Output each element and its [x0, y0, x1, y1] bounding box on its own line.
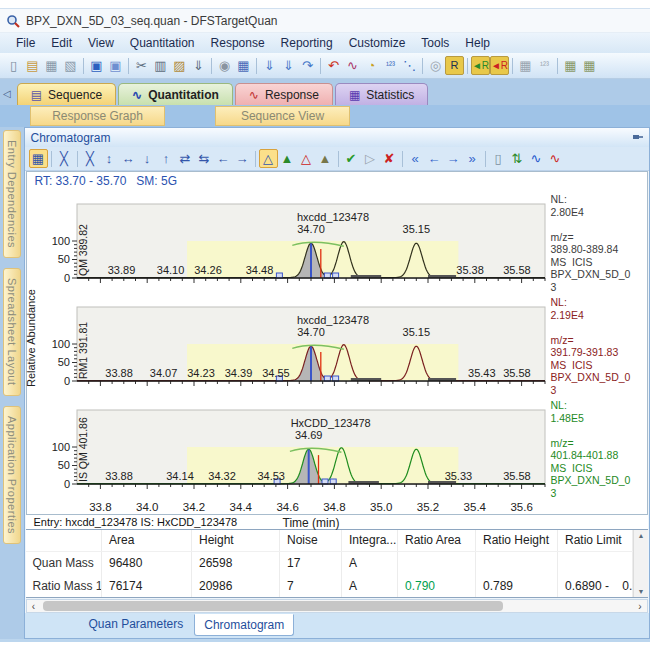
report-import-icon[interactable]: ◄R [471, 56, 490, 75]
numeric-chart-icon[interactable]: ¹²³ [381, 56, 400, 75]
panel-plot-3[interactable]: 050100IS QM 401.8633.8834.1434.3234.5335… [41, 396, 547, 492]
lock-icon[interactable]: ◉ [215, 56, 234, 75]
peak-active-icon[interactable]: △ [259, 149, 278, 168]
horizontal-scrollbar[interactable]: ‹ › [26, 599, 649, 613]
menu-quantitation[interactable]: Quantitation [122, 36, 203, 50]
compress-h-icon[interactable]: ⇆ [195, 149, 214, 168]
menu-help[interactable]: Help [457, 36, 498, 50]
scroll-left-icon[interactable]: ‹ [27, 601, 41, 612]
peak-bad-icon[interactable]: △ [297, 149, 316, 168]
side-tab-application-properties[interactable]: Application Properties [3, 406, 21, 544]
menu-reporting[interactable]: Reporting [273, 36, 341, 50]
column-header-Ratio Height[interactable]: Ratio Height [476, 530, 558, 551]
table-row[interactable]: Ratio Mass 176174209867A0.7900.7890.6890… [26, 574, 633, 597]
pan-right-icon[interactable]: → [233, 149, 252, 168]
undo-icon[interactable]: ↶ [324, 56, 343, 75]
tab-scroll-left-icon[interactable]: ◁ [3, 88, 11, 99]
tab-statistics[interactable]: ▦Statistics [335, 83, 428, 105]
export-page-icon[interactable]: ⇓ [279, 56, 298, 75]
zoom-out-full-icon[interactable]: ╳ [81, 149, 100, 168]
bottom-tab-quan-parameters[interactable]: Quan Parameters [80, 614, 193, 634]
print-preview-icon[interactable]: ▧ [61, 56, 80, 75]
scroll-up-icon[interactable]: ▲ [638, 532, 645, 539]
cell-ratio-height [476, 551, 558, 574]
peak-manual-icon[interactable]: ▲ [316, 149, 335, 168]
send-icon[interactable]: ↷ [298, 56, 317, 75]
sort-peaks-icon[interactable]: ⇅ [508, 149, 527, 168]
grid-view-icon[interactable]: ▦ [29, 149, 48, 168]
nav-last-icon[interactable]: » [463, 149, 482, 168]
pin-icon[interactable] [632, 132, 643, 143]
add-table-icon[interactable]: ▦ [561, 56, 580, 75]
zoom-cross-icon[interactable]: ╳ [55, 149, 74, 168]
scrollbar-thumb[interactable] [43, 601, 503, 611]
fit-vertical-icon[interactable]: ↕ [100, 149, 119, 168]
menu-view[interactable]: View [80, 36, 122, 50]
panel-plot-1[interactable]: 050100QM 389.8233.8934.1034.2634.4835.38… [41, 190, 547, 286]
cut-icon[interactable]: ✂ [132, 56, 151, 75]
grid-numbers-icon[interactable]: ¹²³ [535, 56, 554, 75]
nav-next-icon[interactable]: → [444, 149, 463, 168]
instrument-icon[interactable]: ◎ [426, 56, 445, 75]
tab-response[interactable]: ∿Response [235, 83, 333, 105]
table-row[interactable]: Quan Mass964802659817A [26, 551, 633, 574]
report-page-icon[interactable]: ▯ [489, 149, 508, 168]
accept-check-icon[interactable]: ✔ [342, 149, 361, 168]
nav-prev-icon[interactable]: ← [425, 149, 444, 168]
scroll-right-icon[interactable]: › [633, 601, 647, 612]
column-header-Ratio Limit[interactable]: Ratio Limit [558, 530, 633, 551]
bottom-tab-chromatogram[interactable]: Chromatogram [194, 614, 294, 636]
tab-sequence[interactable]: ▤Sequence [17, 83, 116, 105]
date-table-icon[interactable]: ▦ [234, 56, 253, 75]
peak-good-icon[interactable]: ▲ [278, 149, 297, 168]
print-icon[interactable]: ▦ [42, 56, 61, 75]
move-down-icon[interactable]: ↓ [138, 149, 157, 168]
open-icon[interactable]: ▤ [23, 56, 42, 75]
svg-text:34.8: 34.8 [323, 501, 345, 513]
point-chart-icon[interactable]: ⋱ [400, 56, 419, 75]
nav-first-icon[interactable]: « [406, 149, 425, 168]
trace-toggle-icon[interactable]: ∿ [527, 149, 546, 168]
save-icon[interactable]: ▣ [87, 56, 106, 75]
menu-customize[interactable]: Customize [341, 36, 414, 50]
fit-horizontal-icon[interactable]: ↔ [119, 149, 138, 168]
pan-left-icon[interactable]: ← [214, 149, 233, 168]
subtab-sequence-view[interactable]: Sequence View [215, 106, 350, 126]
overlay-chart-icon[interactable]: ∿ [343, 56, 362, 75]
column-header-Area[interactable]: Area [102, 530, 192, 551]
column-header-Noise[interactable]: Noise [280, 530, 342, 551]
add-table-2-icon[interactable]: ▦ [580, 56, 599, 75]
expand-h-icon[interactable]: ⇄ [176, 149, 195, 168]
menu-response[interactable]: Response [203, 36, 273, 50]
report-export-icon[interactable]: ◄R [490, 56, 509, 75]
skip-icon[interactable]: ▷ [361, 149, 380, 168]
chromatogram-chart[interactable]: RT: 33.70 - 35.70 SM: 5G Relative Abunda… [26, 171, 649, 515]
copy-icon[interactable]: ▥ [151, 56, 170, 75]
menu-file[interactable]: File [8, 36, 43, 50]
column-header-row-label[interactable] [26, 530, 102, 551]
side-tab-entry-dependencies[interactable]: Entry Dependencies [3, 130, 21, 258]
reject-x-icon[interactable]: ✘ [380, 149, 399, 168]
grid-chart-icon[interactable]: ▦ [516, 56, 535, 75]
new-icon[interactable]: ▯ [4, 56, 23, 75]
table-vertical-scrollbar[interactable]: ▲ ▼ [633, 530, 648, 597]
subtab-response-graph[interactable]: Response Graph [30, 106, 165, 126]
panel-plot-2[interactable]: 050100RM1 391.8133.8834.0734.2334.3934.5… [41, 293, 547, 389]
column-header-Integra...[interactable]: Integra... [342, 530, 398, 551]
trace-toggle-red-icon[interactable]: ∿ [546, 149, 565, 168]
move-up-icon[interactable]: ↑ [157, 149, 176, 168]
time-chart-icon[interactable]: ◔ [362, 56, 381, 75]
report-view-icon[interactable]: R [445, 56, 464, 75]
column-header-Height[interactable]: Height [192, 530, 280, 551]
tab-quantitation[interactable]: ∿Quantitation [118, 83, 233, 105]
results-table[interactable]: AreaHeightNoiseIntegra...Ratio AreaRatio… [26, 530, 634, 597]
menu-edit[interactable]: Edit [43, 36, 80, 50]
scroll-down-icon[interactable]: ▼ [638, 588, 645, 595]
column-header-Ratio Area[interactable]: Ratio Area [398, 530, 476, 551]
import-page-icon[interactable]: ⇓ [260, 56, 279, 75]
paste-icon[interactable]: ▨ [170, 56, 189, 75]
save-as-icon[interactable]: ▣ [106, 56, 125, 75]
menu-tools[interactable]: Tools [413, 36, 457, 50]
paste-append-icon[interactable]: ⇓ [189, 56, 208, 75]
side-tab-spreadsheet-layout[interactable]: Spreadsheet Layout [3, 268, 21, 395]
